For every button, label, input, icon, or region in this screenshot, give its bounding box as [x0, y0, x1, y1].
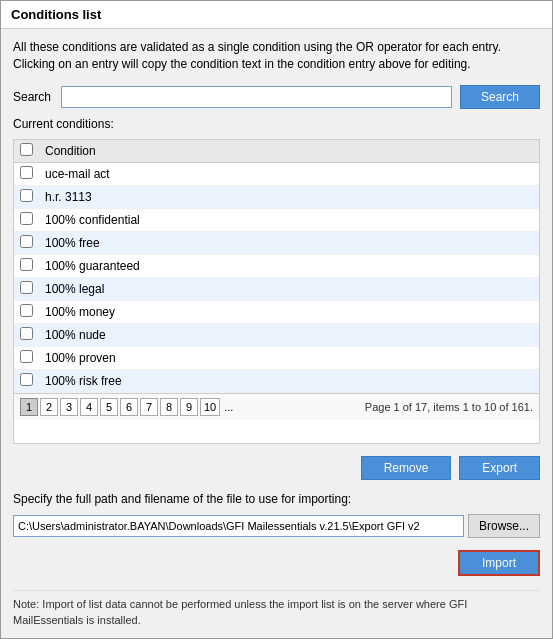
condition-column-header: Condition	[39, 140, 539, 163]
page-button[interactable]: 8	[160, 398, 178, 416]
search-input[interactable]	[61, 86, 452, 108]
condition-cell[interactable]: 100% proven	[39, 346, 539, 369]
table-row: 100% legal	[14, 277, 539, 300]
table-row: 100% money	[14, 300, 539, 323]
import-path-input[interactable]	[13, 515, 464, 537]
dialog-title: Conditions list	[1, 1, 552, 29]
row-checkbox[interactable]	[20, 373, 33, 386]
page-button[interactable]: 9	[180, 398, 198, 416]
row-checkbox[interactable]	[20, 350, 33, 363]
condition-cell[interactable]: 100% confidential	[39, 208, 539, 231]
description-text: All these conditions are validated as a …	[13, 39, 540, 73]
page-button[interactable]: 5	[100, 398, 118, 416]
search-button[interactable]: Search	[460, 85, 540, 109]
export-button[interactable]: Export	[459, 456, 540, 480]
remove-button[interactable]: Remove	[361, 456, 452, 480]
condition-cell[interactable]: 100% free	[39, 231, 539, 254]
search-row: Search Search	[13, 85, 540, 109]
select-all-checkbox[interactable]	[20, 143, 33, 156]
browse-button[interactable]: Browse...	[468, 514, 540, 538]
import-button[interactable]: Import	[458, 550, 540, 576]
conditions-table: Condition uce-mail acth.r. 3113100% conf…	[14, 140, 539, 393]
page-button[interactable]: 10	[200, 398, 220, 416]
condition-cell[interactable]: 100% legal	[39, 277, 539, 300]
row-checkbox[interactable]	[20, 189, 33, 202]
current-conditions-label: Current conditions:	[13, 117, 540, 131]
import-btn-row: Import	[13, 550, 540, 576]
condition-cell[interactable]: 100% guaranteed	[39, 254, 539, 277]
import-path-label: Specify the full path and filename of th…	[13, 492, 540, 506]
row-checkbox[interactable]	[20, 281, 33, 294]
page-button[interactable]: 1	[20, 398, 38, 416]
page-button[interactable]: 4	[80, 398, 98, 416]
row-checkbox[interactable]	[20, 327, 33, 340]
table-row: 100% guaranteed	[14, 254, 539, 277]
table-row: 100% confidential	[14, 208, 539, 231]
import-path-row: Browse...	[13, 514, 540, 538]
condition-cell[interactable]: 100% nude	[39, 323, 539, 346]
table-row: 100% risk free	[14, 369, 539, 392]
pagination-row: 12345678910... Page 1 of 17, items 1 to …	[14, 393, 539, 420]
condition-cell[interactable]: h.r. 3113	[39, 185, 539, 208]
table-row: uce-mail act	[14, 162, 539, 185]
row-checkbox[interactable]	[20, 166, 33, 179]
page-button[interactable]: 3	[60, 398, 78, 416]
row-checkbox[interactable]	[20, 304, 33, 317]
page-button[interactable]: 2	[40, 398, 58, 416]
pagination-ellipsis: ...	[222, 401, 235, 413]
condition-cell[interactable]: 100% risk free	[39, 369, 539, 392]
table-row: 100% free	[14, 231, 539, 254]
conditions-table-container: Condition uce-mail acth.r. 3113100% conf…	[13, 139, 540, 445]
table-row: 100% proven	[14, 346, 539, 369]
row-checkbox[interactable]	[20, 235, 33, 248]
table-row: 100% nude	[14, 323, 539, 346]
table-row: h.r. 3113	[14, 185, 539, 208]
row-checkbox[interactable]	[20, 258, 33, 271]
page-button[interactable]: 7	[140, 398, 158, 416]
note-text: Note: Import of list data cannot be perf…	[13, 590, 540, 628]
conditions-list-dialog: Conditions list All these conditions are…	[0, 0, 553, 639]
search-label: Search	[13, 90, 53, 104]
pagination-pages: 12345678910...	[20, 398, 235, 416]
condition-cell[interactable]: uce-mail act	[39, 162, 539, 185]
pagination-info: Page 1 of 17, items 1 to 10 of 161.	[365, 401, 533, 413]
page-button[interactable]: 6	[120, 398, 138, 416]
row-checkbox[interactable]	[20, 212, 33, 225]
condition-cell[interactable]: 100% money	[39, 300, 539, 323]
action-buttons-row: Remove Export	[13, 456, 540, 480]
